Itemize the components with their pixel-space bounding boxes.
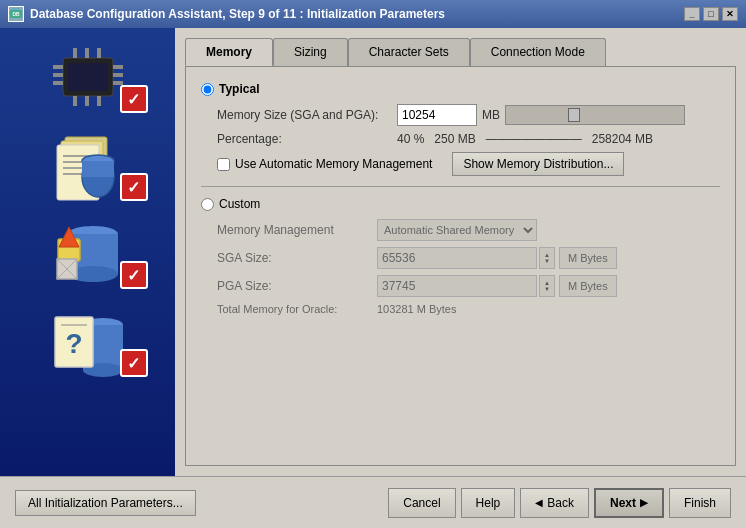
help-button[interactable]: Help [461,488,516,518]
nav-buttons: Cancel Help ◀ Back Next ▶ Finish [388,488,731,518]
sga-input[interactable] [377,247,537,269]
memory-mgmt-label: Memory Management [217,223,377,237]
title-bar: DB Database Configuration Assistant, Ste… [0,0,746,28]
total-memory-value: 103281 M Bytes [377,303,457,315]
sidebar-item-docs [18,126,158,206]
svg-rect-9 [113,73,123,77]
sga-spinner[interactable]: ▲ ▼ [539,247,555,269]
next-label: Next [610,496,636,510]
percentage-min: 250 MB [434,132,475,146]
next-button[interactable]: Next ▶ [594,488,664,518]
back-arrow-icon: ◀ [535,497,543,508]
sidebar-item-shapes [18,214,158,294]
tab-character-sets[interactable]: Character Sets [348,38,470,66]
check-badge-1 [120,85,148,113]
tab-connection-mode[interactable]: Connection Mode [470,38,606,66]
close-btn[interactable]: ✕ [722,7,738,21]
slider-thumb [568,108,580,122]
sidebar: ? [0,28,175,476]
minimize-btn[interactable]: _ [684,7,700,21]
pga-unit-btn[interactable]: M Bytes [559,275,617,297]
next-arrow-icon: ▶ [640,497,648,508]
show-memory-distribution-btn[interactable]: Show Memory Distribution... [452,152,624,176]
percentage-label: Percentage: [217,132,397,146]
percentage-max: 258204 MB [592,132,653,146]
check-badge-4 [120,349,148,377]
typical-label: Typical [219,82,259,96]
back-button[interactable]: ◀ Back [520,488,589,518]
typical-radio-row[interactable]: Typical [201,82,720,96]
percentage-value: 40 % [397,132,424,146]
auto-memory-checkbox[interactable] [217,158,230,171]
percentage-separator: ———————— [486,132,582,146]
svg-rect-14 [73,96,77,106]
sga-unit-btn[interactable]: M Bytes [559,247,617,269]
custom-radio[interactable] [201,198,214,211]
auto-memory-label: Use Automatic Memory Management [235,157,432,171]
custom-radio-row[interactable]: Custom [201,197,720,211]
typical-radio[interactable] [201,83,214,96]
svg-rect-15 [85,96,89,106]
sidebar-item-help: ? [18,302,158,382]
svg-text:DB: DB [12,11,20,17]
app-icon: DB [8,6,24,22]
memory-size-label: Memory Size (SGA and PGA): [217,108,397,122]
svg-rect-16 [97,96,101,106]
window-title: Database Configuration Assistant, Step 9… [30,7,445,21]
total-memory-label: Total Memory for Oracle: [217,303,377,315]
pga-size-row: PGA Size: ▲ ▼ M Bytes [201,275,720,297]
sga-label: SGA Size: [217,251,377,265]
tab-memory[interactable]: Memory [185,38,273,66]
memory-mgmt-select[interactable]: Automatic Shared Memory Management [377,219,537,241]
finish-button[interactable]: Finish [669,488,731,518]
divider [201,186,720,187]
sidebar-item-chip [18,38,158,118]
check-badge-2 [120,173,148,201]
sga-size-row: SGA Size: ▲ ▼ M Bytes [201,247,720,269]
percentage-range: 250 MB ———————— 258204 MB [434,132,653,146]
memory-size-unit: MB [482,108,500,122]
svg-rect-26 [82,161,114,177]
total-memory-row: Total Memory for Oracle: 103281 M Bytes [201,303,720,315]
svg-text:?: ? [65,328,82,359]
pga-down-arrow[interactable]: ▼ [544,286,550,292]
pga-input[interactable] [377,275,537,297]
memory-slider-container [505,105,685,125]
svg-rect-12 [85,48,89,58]
memory-size-row: Memory Size (SGA and PGA): MB [201,104,720,126]
svg-rect-5 [53,65,63,69]
svg-rect-13 [97,48,101,58]
bottom-bar: All Initialization Parameters... Cancel … [0,476,746,528]
pga-label: PGA Size: [217,279,377,293]
maximize-btn[interactable]: □ [703,7,719,21]
custom-label: Custom [219,197,260,211]
tab-sizing[interactable]: Sizing [273,38,348,66]
content-area: Memory Sizing Character Sets Connection … [175,28,746,476]
svg-rect-7 [53,81,63,85]
pga-spinner[interactable]: ▲ ▼ [539,275,555,297]
svg-rect-4 [68,63,108,91]
memory-slider[interactable] [505,105,685,125]
sga-down-arrow[interactable]: ▼ [544,258,550,264]
svg-rect-8 [113,65,123,69]
window-controls: _ □ ✕ [684,7,738,21]
auto-memory-checkbox-row: Use Automatic Memory Management [217,157,432,171]
svg-rect-6 [53,73,63,77]
check-badge-3 [120,261,148,289]
custom-section: Custom Memory Management Automatic Share… [201,197,720,315]
svg-rect-1 [12,8,20,10]
memory-size-input[interactable] [397,104,477,126]
memory-management-row: Memory Management Automatic Shared Memor… [201,219,720,241]
memory-panel: Typical Memory Size (SGA and PGA): MB [185,66,736,466]
tab-bar: Memory Sizing Character Sets Connection … [185,38,736,66]
init-params-btn[interactable]: All Initialization Parameters... [15,490,196,516]
cancel-button[interactable]: Cancel [388,488,455,518]
svg-rect-11 [73,48,77,58]
percentage-row: Percentage: 40 % 250 MB ———————— 258204 … [201,132,720,146]
back-label: Back [547,496,574,510]
